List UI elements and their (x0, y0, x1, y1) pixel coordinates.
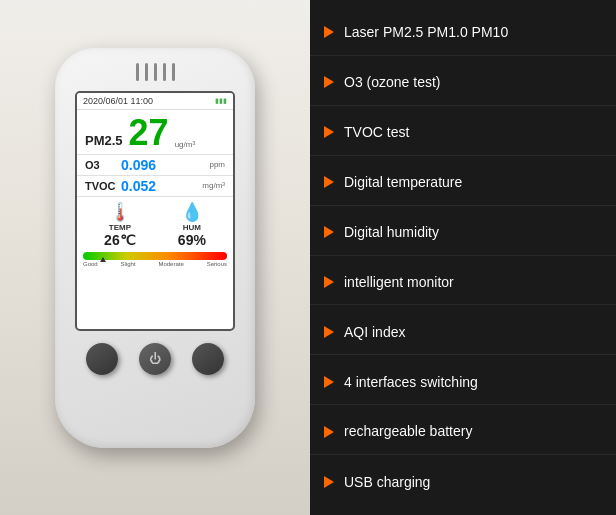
device-vents (136, 63, 175, 81)
temp-section: 🌡️ TEMP 26℃ (104, 201, 136, 248)
aqi-good: Good (83, 261, 98, 267)
play-arrow-icon (324, 26, 334, 38)
feature-item-o3-ozone: O3 (ozone test) (310, 60, 616, 106)
pm25-value: 27 (129, 115, 169, 151)
datetime-display: 2020/06/01 11:00 (83, 96, 153, 106)
pm25-row: PM2.5 27 ug/m³ (77, 110, 233, 154)
vent-1 (136, 63, 139, 81)
feature-item-tvoc-test: TVOC test (310, 110, 616, 156)
feature-item-interfaces-switching: 4 interfaces switching (310, 359, 616, 405)
vent-4 (163, 63, 166, 81)
o3-value: 0.096 (121, 157, 205, 173)
feature-text-rechargeable-battery: rechargeable battery (344, 422, 472, 440)
aqi-moderate: Moderate (158, 261, 183, 267)
device-buttons: ⏻ (75, 343, 235, 375)
device-screen: 2020/06/01 11:00 PM2.5 27 ug/m³ O3 0.096… (75, 91, 235, 331)
power-icon: ⏻ (149, 352, 161, 366)
device-body: 2020/06/01 11:00 PM2.5 27 ug/m³ O3 0.096… (55, 48, 255, 448)
left-button[interactable] (86, 343, 118, 375)
pm25-unit: ug/m³ (175, 140, 195, 151)
feature-text-o3-ozone: O3 (ozone test) (344, 73, 441, 91)
battery-icon (215, 97, 227, 105)
humidity-icon: 💧 (181, 201, 203, 223)
aqi-bar (83, 252, 227, 260)
thermometer-icon: 🌡️ (109, 201, 131, 223)
o3-unit: ppm (209, 160, 225, 169)
feature-item-rechargeable-battery: rechargeable battery (310, 409, 616, 455)
right-button[interactable] (192, 343, 224, 375)
play-arrow-icon (324, 376, 334, 388)
play-arrow-icon (324, 276, 334, 288)
feature-item-usb-charging: USB charging (310, 459, 616, 505)
temp-label: TEMP (109, 223, 131, 232)
power-button[interactable]: ⏻ (139, 343, 171, 375)
vent-5 (172, 63, 175, 81)
features-panel: Laser PM2.5 PM1.0 PM10O3 (ozone test)TVO… (310, 0, 616, 515)
feature-item-aqi-index: AQI index (310, 309, 616, 355)
air-quality-device: 2020/06/01 11:00 PM2.5 27 ug/m³ O3 0.096… (55, 48, 255, 468)
feature-text-intelligent-monitor: intelligent monitor (344, 273, 454, 291)
hum-section: 💧 HUM 69% (178, 201, 206, 248)
device-panel: 2020/06/01 11:00 PM2.5 27 ug/m³ O3 0.096… (0, 0, 310, 515)
screen-header: 2020/06/01 11:00 (77, 93, 233, 110)
feature-text-laser-pm: Laser PM2.5 PM1.0 PM10 (344, 23, 508, 41)
screen-bottom: 🌡️ TEMP 26℃ 💧 HUM 69% (77, 196, 233, 271)
feature-text-interfaces-switching: 4 interfaces switching (344, 373, 478, 391)
aqi-serious: Serious (207, 261, 227, 267)
vent-2 (145, 63, 148, 81)
o3-row: O3 0.096 ppm (77, 154, 233, 175)
pm25-label: PM2.5 (85, 133, 123, 148)
aqi-slight: Slight (121, 261, 136, 267)
tvoc-label: TVOC (85, 180, 117, 192)
feature-item-digital-hum: Digital humidity (310, 210, 616, 256)
temp-value: 26℃ (104, 232, 136, 248)
feature-text-digital-temp: Digital temperature (344, 173, 462, 191)
feature-text-tvoc-test: TVOC test (344, 123, 409, 141)
play-arrow-icon (324, 76, 334, 88)
feature-item-laser-pm: Laser PM2.5 PM1.0 PM10 (310, 10, 616, 56)
tvoc-row: TVOC 0.052 mg/m³ (77, 175, 233, 196)
feature-text-digital-hum: Digital humidity (344, 223, 439, 241)
tvoc-value: 0.052 (121, 178, 198, 194)
hum-label: HUM (183, 223, 201, 232)
play-arrow-icon (324, 126, 334, 138)
tvoc-unit: mg/m³ (202, 181, 225, 190)
play-arrow-icon (324, 326, 334, 338)
hum-value: 69% (178, 232, 206, 248)
play-arrow-icon (324, 226, 334, 238)
feature-text-usb-charging: USB charging (344, 473, 430, 491)
feature-item-digital-temp: Digital temperature (310, 160, 616, 206)
vent-3 (154, 63, 157, 81)
play-arrow-icon (324, 176, 334, 188)
play-arrow-icon (324, 476, 334, 488)
play-arrow-icon (324, 426, 334, 438)
o3-label: O3 (85, 159, 117, 171)
feature-text-aqi-index: AQI index (344, 323, 405, 341)
feature-item-intelligent-monitor: intelligent monitor (310, 259, 616, 305)
aqi-indicator (100, 257, 106, 262)
temp-hum-row: 🌡️ TEMP 26℃ 💧 HUM 69% (83, 201, 227, 248)
